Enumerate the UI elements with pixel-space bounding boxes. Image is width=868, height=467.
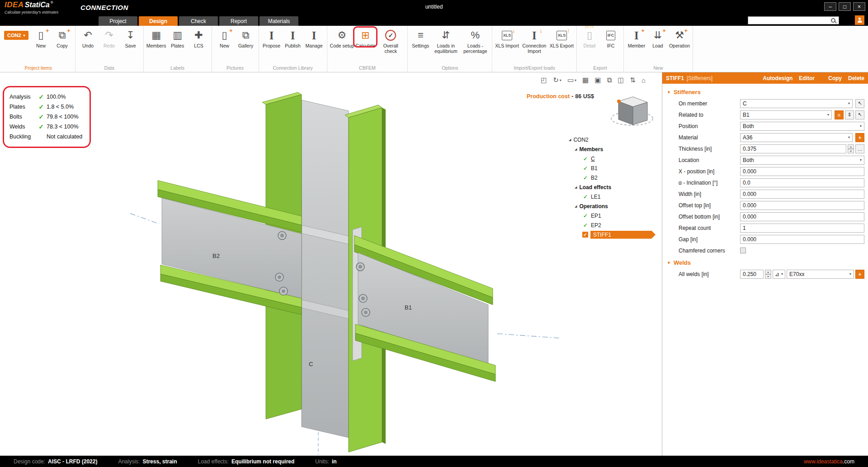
- material-select[interactable]: A36▾: [740, 133, 853, 142]
- step-down-button[interactable]: ▾: [765, 274, 771, 279]
- loads-percentage-button[interactable]: %Loads - percentage: [461, 27, 490, 54]
- nav-cube[interactable]: [611, 97, 653, 125]
- copy-operation-button[interactable]: Copy: [828, 75, 842, 81]
- website-link[interactable]: www.ideastatica.com: [804, 458, 854, 465]
- tree-section-members[interactable]: ◢Members: [569, 144, 656, 154]
- tab-check[interactable]: Check: [179, 16, 218, 26]
- solid-view-button[interactable]: ▣: [594, 76, 601, 84]
- clipping-view-button[interactable]: ▦: [582, 76, 589, 84]
- related-to-select[interactable]: B1▾: [740, 110, 832, 119]
- tree-section-operations[interactable]: ◢Operations: [569, 201, 656, 211]
- tab-design[interactable]: Design: [139, 16, 178, 26]
- weld-type-icon-select[interactable]: ⊿▾: [773, 270, 785, 279]
- tree-section-load-effects[interactable]: ◢Load effects: [569, 182, 656, 192]
- 3d-viewport[interactable]: B2 B1: [0, 72, 662, 456]
- manage-button[interactable]: IManage: [304, 27, 325, 48]
- code-setup-button[interactable]: ⚙Code setup: [330, 27, 355, 48]
- stiffener-plates-button[interactable]: ≡: [835, 110, 844, 119]
- tab-project[interactable]: Project: [99, 16, 137, 26]
- new-button[interactable]: ▯+New: [214, 27, 235, 48]
- tree-item-ep1[interactable]: ✓EP1: [569, 211, 656, 220]
- expander-icon[interactable]: ◢: [575, 205, 577, 208]
- tree-item-le1[interactable]: ✓LE1: [569, 192, 656, 201]
- user-account-button[interactable]: [855, 15, 864, 25]
- tree-item-c[interactable]: ✓C: [569, 154, 656, 163]
- tab-materials[interactable]: Materials: [259, 16, 298, 26]
- autodesign-button[interactable]: Autodesign: [763, 75, 793, 81]
- x-position-in-input[interactable]: 0.000: [740, 167, 864, 176]
- chamfered-corners-checkbox[interactable]: [740, 248, 746, 253]
- save-button[interactable]: ↧Save: [120, 27, 141, 48]
- propose-button[interactable]: IPropose: [261, 27, 282, 48]
- layout-panels-button[interactable]: ◫: [618, 76, 624, 84]
- panel-section-stiffeners[interactable]: ▼Stiffeners: [662, 86, 868, 98]
- tree-item-b1[interactable]: ✓B1: [569, 163, 656, 173]
- orbit-view-button[interactable]: ↻▾: [553, 76, 561, 84]
- minimize-button[interactable]: –: [824, 2, 836, 11]
- add-weld-button[interactable]: +: [855, 270, 864, 279]
- undo-button[interactable]: ↶Undo: [78, 27, 99, 48]
- ifc-button[interactable]: IFCIFC: [600, 27, 621, 48]
- search-input[interactable]: [748, 17, 831, 24]
- connection-import-button[interactable]: I↓Connection Import: [520, 27, 549, 54]
- thickness-in-input[interactable]: 0.375: [740, 144, 846, 153]
- zoom-window-button[interactable]: ▭▾: [567, 76, 576, 84]
- load-button[interactable]: ⇊+Load: [647, 27, 668, 48]
- maximize-button[interactable]: □: [839, 2, 851, 11]
- tree-root[interactable]: ◢CON2: [569, 135, 656, 144]
- pick-related-button[interactable]: ↖: [855, 110, 864, 119]
- close-button[interactable]: ×: [853, 2, 865, 11]
- member-button[interactable]: I+Member: [626, 27, 647, 48]
- offset-bottom-in-input[interactable]: 0.000: [740, 212, 864, 221]
- members-button[interactable]: ▦Members: [146, 27, 167, 48]
- calculate-button[interactable]: ⊞Calculate: [355, 27, 376, 48]
- detail-button[interactable]: ▯BETADetail: [579, 27, 600, 48]
- con2-button[interactable]: CON2▾: [4, 31, 28, 40]
- editor-button[interactable]: Editor: [799, 75, 815, 81]
- gallery-button[interactable]: ⧉Gallery: [236, 27, 256, 48]
- tree-item-b2[interactable]: ✓B2: [569, 173, 656, 182]
- home-view-button[interactable]: ⌂: [642, 76, 646, 84]
- thickness-more-button[interactable]: …: [855, 144, 864, 153]
- loads-in-equilibrium-button[interactable]: ⇵Loads in equilibrium: [431, 27, 460, 54]
- offset-top-in-input[interactable]: 0.000: [740, 201, 864, 210]
- delete-operation-button[interactable]: Delete: [848, 75, 864, 81]
- operation-button[interactable]: ⚒+Operation: [669, 27, 690, 48]
- tree-item-stiff1[interactable]: ✓STIFF1: [569, 230, 656, 239]
- redo-button[interactable]: ↷Redo: [99, 27, 120, 48]
- xls-export-button[interactable]: XLS↑XLS Export: [549, 27, 574, 48]
- repeat-count-input[interactable]: 1: [740, 224, 864, 233]
- expander-icon[interactable]: ◢: [575, 148, 577, 151]
- position-select[interactable]: Both▾: [740, 122, 864, 131]
- flip-related-button[interactable]: ⇕: [845, 110, 854, 119]
- overall-check-button[interactable]: ✓Overall check: [376, 27, 405, 54]
- on-member-select[interactable]: C▾: [740, 99, 853, 108]
- weld-material-select[interactable]: E70xx▾: [787, 270, 854, 279]
- location-select[interactable]: Both▾: [740, 156, 864, 165]
- copy-button[interactable]: ⧉+Copy: [52, 27, 73, 48]
- new-button[interactable]: ▯+New: [31, 27, 52, 48]
- lcs-button[interactable]: ✚LCS: [189, 27, 209, 48]
- settings-button[interactable]: ≡Settings: [410, 27, 431, 48]
- search-box[interactable]: [748, 16, 839, 24]
- tree-item-ep2[interactable]: ✓EP2: [569, 220, 656, 230]
- all-welds-in-input[interactable]: 0.250: [740, 270, 764, 279]
- step-up-button[interactable]: ▴: [765, 270, 771, 274]
- step-up-button[interactable]: ▴: [848, 144, 854, 149]
- tab-report[interactable]: Report: [219, 16, 258, 26]
- publish-button[interactable]: IPublish: [283, 27, 303, 48]
- inclination-input[interactable]: 0.0: [740, 178, 864, 187]
- copy-picture-button[interactable]: ⧉: [607, 76, 612, 84]
- step-down-button[interactable]: ▾: [848, 149, 854, 153]
- plates-button[interactable]: ▥Plates: [167, 27, 188, 48]
- dimensions-button[interactable]: ⇅: [630, 76, 636, 84]
- width-in-input[interactable]: 0.000: [740, 190, 864, 199]
- xls-import-button[interactable]: XLS↓XLS Import: [495, 27, 519, 48]
- panel-section-welds[interactable]: ▼Welds: [662, 256, 868, 268]
- gap-in-input[interactable]: 0.000: [740, 235, 864, 244]
- add-material-button[interactable]: +: [855, 133, 864, 142]
- expander-icon[interactable]: ◢: [569, 138, 571, 142]
- pick-on-member-button[interactable]: ↖: [855, 99, 864, 108]
- expander-icon[interactable]: ◢: [575, 186, 577, 189]
- fit-view-button[interactable]: ◰: [541, 76, 547, 84]
